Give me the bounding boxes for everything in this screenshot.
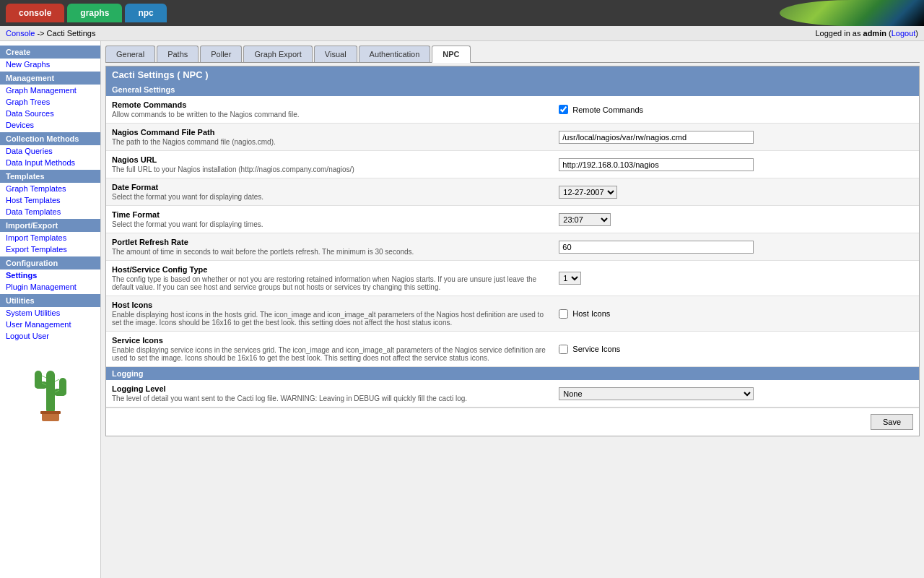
logging-level-label: Logging Level: [112, 384, 547, 393]
row-nagios-cmd-path: Nagios Command File Path The path to the…: [106, 124, 919, 151]
sidebar-section-create: Create: [0, 46, 100, 59]
date-format-select[interactable]: 12-27-2007 27-12-2007 2007-12-27: [559, 186, 617, 199]
svg-rect-10: [40, 411, 61, 414]
tabs-bar: General Paths Poller Graph Export Visual…: [105, 46, 920, 63]
row-host-service-config: Host/Service Config Type The config type…: [106, 261, 919, 296]
service-icons-label: Service Icons: [112, 336, 547, 345]
tab-visual[interactable]: Visual: [314, 46, 357, 62]
cactus-icon: [29, 356, 72, 421]
logging-level-select[interactable]: None LOW MEDIUM HIGH DEBUG: [559, 387, 754, 400]
portlet-refresh-input[interactable]: [559, 241, 754, 254]
page-title: Cacti Settings ( NPC ): [106, 66, 919, 83]
host-icons-control: Host Icons: [559, 309, 913, 319]
nav-tab-graphs[interactable]: graphs: [67, 4, 122, 22]
section-logging: Logging: [106, 367, 919, 380]
remote-commands-label: Remote Commands: [112, 100, 547, 109]
svg-rect-2: [35, 371, 42, 389]
remote-commands-control: Remote Commands: [559, 105, 913, 114]
row-remote-commands: Remote Commands Allow commands to be wri…: [106, 96, 919, 124]
remote-commands-desc: Allow commands to be written to the Nagi…: [112, 111, 547, 118]
sidebar-section-management: Management: [0, 72, 100, 85]
sidebar-item-settings[interactable]: Settings: [0, 269, 100, 281]
tab-npc[interactable]: NPC: [432, 46, 470, 63]
breadcrumb-arrow: ->: [37, 29, 44, 38]
logging-level-desc: The level of detail you want sent to the…: [112, 394, 547, 402]
tab-general[interactable]: General: [105, 46, 155, 62]
sidebar: Create New Graphs Management Graph Manag…: [0, 41, 101, 578]
sidebar-section-templates: Templates: [0, 170, 100, 183]
row-portlet-refresh: Portlet Refresh Rate The amount of time …: [106, 233, 919, 261]
nav-tab-console[interactable]: console: [6, 4, 64, 22]
row-service-icons: Service Icons Enable displaying service …: [106, 332, 919, 367]
logout-link[interactable]: Logout: [892, 29, 916, 38]
sidebar-item-devices[interactable]: Devices: [0, 119, 100, 131]
save-button[interactable]: Save: [871, 414, 913, 430]
nagios-url-label: Nagios URL: [112, 155, 547, 164]
sidebar-item-user-management[interactable]: User Management: [0, 319, 100, 330]
host-icons-checkbox[interactable]: [559, 309, 568, 319]
sidebar-item-plugin-management[interactable]: Plugin Management: [0, 281, 100, 293]
sidebar-section-configuration: Configuration: [0, 256, 100, 269]
sidebar-section-utilities: Utilities: [0, 294, 100, 307]
date-format-label: Date Format: [112, 183, 547, 191]
sidebar-item-host-templates[interactable]: Host Templates: [0, 194, 100, 206]
sidebar-item-data-sources[interactable]: Data Sources: [0, 108, 100, 119]
sidebar-item-graph-templates[interactable]: Graph Templates: [0, 183, 100, 194]
settings-content-box: Cacti Settings ( NPC ) General Settings …: [105, 66, 920, 436]
sidebar-item-data-input-methods[interactable]: Data Input Methods: [0, 157, 100, 168]
sidebar-item-export-templates[interactable]: Export Templates: [0, 243, 100, 255]
row-host-icons: Host Icons Enable displaying host icons …: [106, 296, 919, 332]
sidebar-item-data-templates[interactable]: Data Templates: [0, 206, 100, 217]
host-icons-checkbox-label: Host Icons: [572, 309, 610, 318]
nagios-url-desc: The full URL to your Nagios installation…: [112, 165, 547, 173]
host-service-config-desc: The config type is based on whether or n…: [112, 275, 547, 291]
save-bar: Save: [106, 407, 919, 436]
top-nav: console graphs npc: [0, 0, 924, 26]
row-time-format: Time Format Select the format you want f…: [106, 206, 919, 233]
tab-paths[interactable]: Paths: [157, 46, 199, 62]
breadcrumb: Console -> Cacti Settings: [6, 29, 95, 38]
host-icons-label: Host Icons: [112, 301, 547, 309]
login-user: admin: [863, 29, 886, 38]
row-nagios-url: Nagios URL The full URL to your Nagios i…: [106, 151, 919, 178]
breadcrumb-bar: Console -> Cacti Settings Logged in as a…: [0, 26, 924, 41]
service-icons-desc: Enable displaying service icons in the s…: [112, 346, 547, 362]
sidebar-item-logout-user[interactable]: Logout User: [0, 330, 100, 342]
svg-line-5: [42, 376, 46, 378]
nagios-cmd-path-label: Nagios Command File Path: [112, 128, 547, 137]
login-info: Logged in as admin (Logout): [815, 29, 918, 38]
nav-tab-npc[interactable]: npc: [125, 4, 166, 22]
service-icons-control: Service Icons: [559, 345, 913, 354]
remote-commands-checkbox[interactable]: [559, 105, 568, 114]
nagios-cmd-path-input[interactable]: [559, 131, 754, 144]
service-icons-checkbox-label: Service Icons: [572, 345, 620, 353]
host-service-config-select[interactable]: 1 2 3: [559, 272, 581, 285]
sidebar-item-graph-management[interactable]: Graph Management: [0, 85, 100, 96]
top-banner-image: [780, 0, 924, 26]
sidebar-item-graph-trees[interactable]: Graph Trees: [0, 96, 100, 108]
nagios-cmd-path-desc: The path to the Nagios command file (nag…: [112, 138, 547, 146]
tab-authentication[interactable]: Authentication: [359, 46, 431, 62]
time-format-select[interactable]: 23:07 11:07 PM: [559, 213, 611, 226]
time-format-desc: Select the format you want for displayin…: [112, 220, 547, 228]
cactus-logo: [0, 342, 100, 437]
portlet-refresh-desc: The amount of time in seconds to wait be…: [112, 248, 547, 256]
main-layout: Create New Graphs Management Graph Manag…: [0, 41, 924, 578]
row-logging-level: Logging Level The level of detail you wa…: [106, 380, 919, 407]
sidebar-item-system-utilities[interactable]: System Utilities: [0, 307, 100, 319]
nagios-url-input[interactable]: [559, 158, 754, 171]
tab-poller[interactable]: Poller: [200, 46, 242, 62]
host-icons-desc: Enable displaying host icons in the host…: [112, 311, 547, 327]
service-icons-checkbox[interactable]: [559, 345, 568, 354]
sidebar-section-collection: Collection Methods: [0, 132, 100, 145]
sidebar-item-data-queries[interactable]: Data Queries: [0, 145, 100, 157]
remote-commands-checkbox-label: Remote Commands: [572, 105, 643, 114]
tab-graph-export[interactable]: Graph Export: [243, 46, 312, 62]
breadcrumb-console-link[interactable]: Console: [6, 29, 35, 38]
sidebar-item-import-templates[interactable]: Import Templates: [0, 232, 100, 243]
section-general-settings: General Settings: [106, 83, 919, 96]
sidebar-item-new-graphs[interactable]: New Graphs: [0, 59, 100, 70]
svg-line-7: [55, 379, 59, 381]
content-area: General Paths Poller Graph Export Visual…: [101, 41, 924, 578]
portlet-refresh-label: Portlet Refresh Rate: [112, 238, 547, 246]
